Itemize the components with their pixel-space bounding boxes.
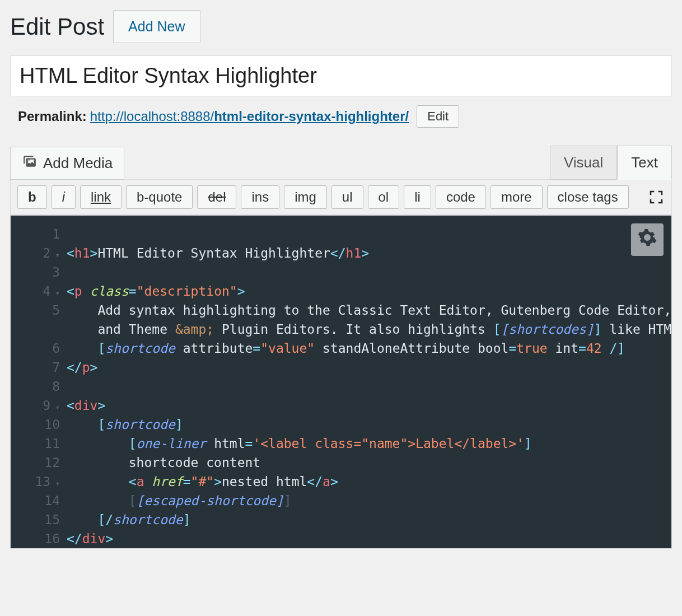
post-title-input[interactable] [10,55,672,96]
tool-b-quote[interactable]: b-quote [126,185,193,209]
code-line[interactable] [67,263,671,282]
code-line[interactable] [67,225,671,244]
tool-ul[interactable]: ul [331,185,363,209]
tool-ins[interactable]: ins [241,185,279,209]
line-gutter: 12345678910111213141516 [11,216,62,548]
edit-permalink-button[interactable]: Edit [417,105,459,128]
gear-icon [637,227,657,253]
tool-more[interactable]: more [491,185,543,209]
code-line[interactable]: and Theme &amp; Plugin Editors. It also … [67,320,671,339]
code-line[interactable]: <div> [67,396,671,415]
code-line[interactable]: Add syntax highlighting to the Classic T… [67,301,671,320]
editor-tabs: Visual Text [550,146,672,180]
tool-italic[interactable]: i [52,185,76,209]
code-editor[interactable]: 12345678910111213141516 <h1>HTML Editor … [10,215,672,549]
permalink-label: Permalink: [18,109,87,124]
permalink-link[interactable]: http://localhost:8888/html-editor-syntax… [90,109,409,124]
code-line[interactable]: </p> [67,358,671,377]
code-line[interactable]: <h1>HTML Editor Syntax Highlighter</h1> [67,244,671,263]
permalink-slug: html-editor-syntax-highlighter/ [214,109,409,124]
add-new-button[interactable]: Add New [113,10,200,43]
code-line[interactable]: <a href="#">nested html</a> [67,472,671,491]
code-line[interactable]: shortcode content [67,453,671,472]
code-line[interactable]: [/shortcode] [67,510,671,529]
tool-bold[interactable]: b [17,185,47,209]
tool-code[interactable]: code [436,185,486,209]
add-media-label: Add Media [43,155,113,172]
add-media-button[interactable]: Add Media [10,147,124,180]
editor-settings-button[interactable] [631,223,664,256]
code-line[interactable]: [one-liner html='<label class="name">Lab… [67,434,671,453]
code-line[interactable]: <p class="description"> [67,282,671,301]
page-title: Edit Post [10,13,104,40]
tool-del[interactable]: del [197,185,236,209]
tool-link[interactable]: link [80,185,122,209]
code-line[interactable]: [shortcode attribute="value" standAloneA… [67,339,671,358]
code-line[interactable]: </div> [67,529,671,548]
tab-text[interactable]: Text [617,146,672,180]
code-line[interactable]: [shortcode] [67,415,671,434]
code-line[interactable]: [[escaped-shortcode]] [67,491,671,510]
code-content[interactable]: <h1>HTML Editor Syntax Highlighter</h1><… [11,216,671,548]
tab-visual[interactable]: Visual [550,146,617,180]
tool-img[interactable]: img [284,185,327,209]
permalink-row: Permalink: http://localhost:8888/html-ed… [18,105,672,128]
tool-close-tags[interactable]: close tags [547,185,629,209]
fullscreen-icon[interactable] [648,189,665,206]
add-media-icon [22,154,38,172]
tool-li[interactable]: li [404,185,431,209]
text-toolbar: b i link b-quote del ins img ul ol li co… [10,179,672,215]
tool-ol[interactable]: ol [368,185,400,209]
permalink-base: http://localhost:8888/ [90,109,214,124]
code-line[interactable] [67,377,671,396]
